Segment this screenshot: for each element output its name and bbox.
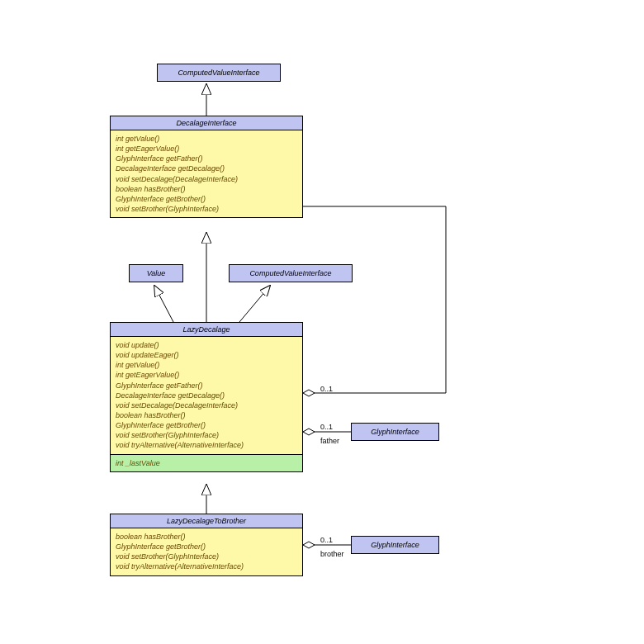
class-name: GlyphInterface xyxy=(371,428,419,436)
operation: boolean hasBrother() xyxy=(116,184,297,194)
class-lazy-decalage: LazyDecalage void update() void updateEa… xyxy=(110,322,303,472)
operation: void update() xyxy=(116,340,297,350)
operation: GlyphInterface getBrother() xyxy=(116,194,297,204)
class-glyph-interface-brother: GlyphInterface xyxy=(351,536,439,554)
operation: void tryAlternative(AlternativeInterface… xyxy=(116,440,297,450)
class-title: DecalageInterface xyxy=(111,116,302,130)
uml-canvas: ComputedValueInterface DecalageInterface… xyxy=(0,0,644,644)
operation: GlyphInterface getBrother() xyxy=(116,420,297,430)
operation: DecalageInterface getDecalage() xyxy=(116,163,297,173)
class-computed-value-interface-top: ComputedValueInterface xyxy=(157,64,281,82)
operation: int getEagerValue() xyxy=(116,370,297,380)
class-glyph-interface-father: GlyphInterface xyxy=(351,423,439,441)
operation: int getValue() xyxy=(116,360,297,370)
class-name: DecalageInterface xyxy=(176,119,236,127)
operation: GlyphInterface getFather() xyxy=(116,381,297,391)
operation: void setBrother(GlyphInterface) xyxy=(116,552,297,561)
svg-line-3 xyxy=(239,286,270,322)
operation: void tryAlternative(AlternativeInterface… xyxy=(116,561,297,571)
operations-compartment: boolean hasBrother() GlyphInterface getB… xyxy=(111,528,302,575)
multiplicity-label: 0..1 xyxy=(320,423,333,431)
class-name: ComputedValueInterface xyxy=(178,69,259,77)
multiplicity-label: 0..1 xyxy=(320,385,333,393)
class-name: ComputedValueInterface xyxy=(249,269,331,277)
class-value: Value xyxy=(129,264,183,282)
operations-compartment: void update() void updateEager() int get… xyxy=(111,337,302,454)
operation: void updateEager() xyxy=(116,350,297,360)
operation: GlyphInterface getFather() xyxy=(116,154,297,163)
multiplicity-label: 0..1 xyxy=(320,536,333,544)
svg-line-2 xyxy=(154,286,173,322)
class-name: LazyDecalageToBrother xyxy=(167,517,246,525)
class-lazy-decalage-to-brother: LazyDecalageToBrother boolean hasBrother… xyxy=(110,514,303,576)
operations-compartment: int getValue() int getEagerValue() Glyph… xyxy=(111,130,302,217)
operation: DecalageInterface getDecalage() xyxy=(116,391,297,400)
attributes-compartment: int _lastValue xyxy=(111,454,302,471)
operation: void setBrother(GlyphInterface) xyxy=(116,430,297,440)
class-computed-value-interface-mid: ComputedValueInterface xyxy=(229,264,353,282)
operation: boolean hasBrother() xyxy=(116,410,297,420)
class-name: GlyphInterface xyxy=(371,541,419,549)
class-name: Value xyxy=(147,269,166,277)
class-title: LazyDecalage xyxy=(111,323,302,337)
class-name: LazyDecalage xyxy=(182,325,230,334)
class-decalage-interface: DecalageInterface int getValue() int get… xyxy=(110,116,303,218)
operation: int getValue() xyxy=(116,134,297,144)
connectors-layer xyxy=(0,0,644,644)
class-title: LazyDecalageToBrother xyxy=(111,514,302,528)
role-label-father: father xyxy=(320,437,339,445)
operation: void setDecalage(DecalageInterface) xyxy=(116,174,297,184)
role-label-brother: brother xyxy=(320,550,344,558)
operation: GlyphInterface getBrother() xyxy=(116,542,297,552)
attribute: int _lastValue xyxy=(116,458,297,468)
operation: int getEagerValue() xyxy=(116,144,297,154)
operation: void setDecalage(DecalageInterface) xyxy=(116,400,297,410)
operation: void setBrother(GlyphInterface) xyxy=(116,204,297,214)
operation: boolean hasBrother() xyxy=(116,532,297,542)
